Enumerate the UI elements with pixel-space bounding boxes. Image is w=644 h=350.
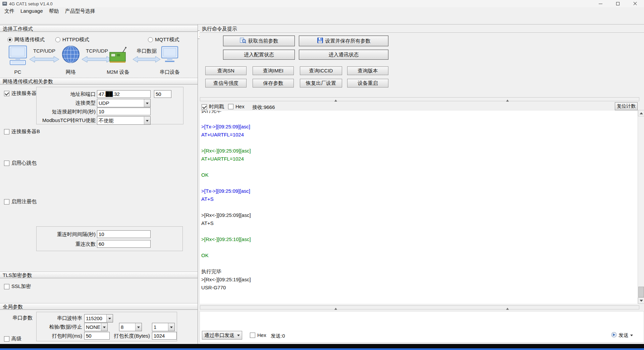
checkbox-heartbeat[interactable]: 启用心跳包 xyxy=(4,160,37,166)
log-vertical-scrollbar[interactable] xyxy=(638,110,644,304)
checkbox-server-b[interactable]: 连接服务器B xyxy=(4,128,40,135)
checkbox-icon xyxy=(202,104,207,110)
enter-config-state-button[interactable]: 进入配置状态 xyxy=(223,50,295,60)
serial-device-label: 串口设备 xyxy=(157,69,182,75)
log-line xyxy=(201,115,638,123)
checkbox-regpack[interactable]: 启用注册包 xyxy=(4,198,37,205)
recv-count: 接收:9666 xyxy=(252,104,275,111)
short-conn-timeout-input[interactable] xyxy=(97,108,151,115)
m2m-device-icon xyxy=(108,46,128,65)
packtime-input[interactable] xyxy=(84,332,110,340)
pc-icon xyxy=(8,45,28,66)
menu-item[interactable]: 产品型号选择 xyxy=(62,7,98,15)
chevron-down-icon[interactable] xyxy=(101,323,107,331)
query-signal-button[interactable]: 查信号强度 xyxy=(205,79,247,88)
checkbox-label: Hex xyxy=(235,104,245,109)
checkbox-send-hex[interactable]: Hex xyxy=(250,332,266,338)
scroll-down-button[interactable] xyxy=(638,297,644,304)
log-line: AT+UARTFL=1024 xyxy=(201,155,638,163)
query-version-label: 查询版本 xyxy=(358,68,378,74)
section-header-net-params: 网络透传模式相关参数 xyxy=(0,78,198,84)
save-params-button[interactable]: 保存参数 xyxy=(253,79,294,88)
checkbox-advanced[interactable]: 高级 xyxy=(4,336,21,342)
log-line: AT+UARTFL=1024 xyxy=(201,131,638,139)
reconnect-interval-label: 重连时间间隔(秒) xyxy=(21,230,96,238)
packlen-input[interactable] xyxy=(152,332,177,340)
menu-item[interactable]: 文件 xyxy=(1,7,17,15)
short-conn-timeout-label: 短连接超时时间(秒) xyxy=(21,108,96,115)
arrow-icon xyxy=(82,56,112,63)
radio-mode-mqtt[interactable]: MQTT模式 xyxy=(148,37,179,43)
send-count: 发送:0 xyxy=(271,333,285,339)
close-button[interactable] xyxy=(627,0,644,7)
network-label: 网络 xyxy=(62,69,80,75)
query-sn-button[interactable]: 查询SN xyxy=(205,66,247,75)
scroll-grip-icon xyxy=(506,98,509,102)
log-line: >[Rx<-][09:25:09][asc] xyxy=(201,211,638,219)
checkbox-label: 高级 xyxy=(11,336,21,342)
chevron-down-icon[interactable] xyxy=(144,117,150,124)
scroll-up-button[interactable] xyxy=(638,110,644,116)
chevron-down-icon[interactable] xyxy=(106,314,113,322)
checkbox-ssl[interactable]: SSL加密 xyxy=(4,283,31,290)
log-output[interactable]: 执行完毕>[Tx->][09:25:09][asc]AT+UARTFL=1024… xyxy=(200,111,638,304)
query-iccid-button[interactable]: 查询ICCID xyxy=(300,66,342,75)
reconnect-interval-input[interactable] xyxy=(97,230,151,238)
scroll-grip-icon xyxy=(506,306,509,310)
radio-mode-httpd[interactable]: HTTPD模式 xyxy=(55,37,89,43)
server-a-port-input[interactable] xyxy=(154,90,171,98)
checkbox-timestamp[interactable]: 时间戳 xyxy=(202,104,224,110)
section-header-workmode: 选择工作模式 xyxy=(0,25,198,32)
reconnect-count-input[interactable] xyxy=(97,240,151,248)
command-section-title: 执行命令及提示 xyxy=(202,26,237,32)
menu-item[interactable]: Language xyxy=(17,7,46,15)
modbus-rtu-select[interactable]: 不使能 xyxy=(97,116,151,125)
global-parity-select[interactable]: NONE xyxy=(84,323,108,331)
minimize-button[interactable] xyxy=(592,0,609,7)
arrow3-label: 串口数据 xyxy=(133,48,160,54)
conn-type-select[interactable]: UDP xyxy=(97,99,151,107)
scrollbar-thumb[interactable] xyxy=(638,287,644,297)
checkbox-icon xyxy=(250,333,255,338)
right-panel: 执行命令及提示 获取当前参数 xyxy=(200,24,644,344)
global-baud-select[interactable]: 115200 xyxy=(84,314,113,323)
chevron-down-icon[interactable] xyxy=(168,323,174,331)
enter-comm-state-button[interactable]: 进入通讯状态 xyxy=(299,50,388,60)
set-save-all-params-button[interactable]: 设置并保存所有参数 xyxy=(299,36,388,46)
send-label: 发送 xyxy=(619,332,629,339)
query-signal-label: 查信号强度 xyxy=(213,80,238,86)
radio-mode-transparent[interactable]: 网络透传模式 xyxy=(7,37,45,43)
send-button[interactable]: 发送 xyxy=(611,332,633,339)
reset-counter-button[interactable]: 复位计数 xyxy=(615,102,638,110)
maximize-icon xyxy=(616,2,620,5)
checkbox-recv-hex[interactable]: Hex xyxy=(228,104,245,109)
global-pds-label: 检验/数据/停止 xyxy=(29,323,82,331)
reconnect-count-label: 重连次数 xyxy=(21,240,96,248)
chevron-down-icon[interactable] xyxy=(135,323,142,331)
query-version-button[interactable]: 查询版本 xyxy=(347,66,388,75)
log-line xyxy=(201,179,638,187)
menu-item[interactable]: 帮助 xyxy=(46,7,62,15)
log-bottom-scrollbar[interactable] xyxy=(200,305,639,309)
log-line: AT+S xyxy=(201,219,638,227)
checkbox-label: 连接服务器B xyxy=(11,128,40,135)
global-databits-select[interactable]: 8 xyxy=(119,323,142,331)
packtime-label: 打包时间(ms) xyxy=(29,332,82,340)
chevron-down-icon[interactable] xyxy=(144,99,150,107)
left-panel: 选择工作模式 网络透传模式 HTTPD模式 MQTT模式 TCP/UDP xyxy=(0,24,198,344)
checkbox-icon xyxy=(4,336,9,342)
get-current-params-button[interactable]: 获取当前参数 xyxy=(223,36,295,46)
device-reboot-button[interactable]: 设备重启 xyxy=(347,79,388,88)
log-line: 执行完毕 xyxy=(201,111,638,115)
modbus-rtu-value: 不使能 xyxy=(97,117,144,124)
server-a-address-input[interactable] xyxy=(97,90,151,98)
send-via-serial-dropdown[interactable]: 通过串口发送 xyxy=(202,331,242,340)
taskbar-accent xyxy=(0,348,644,350)
checkbox-icon xyxy=(4,129,9,134)
log-line: AT+S xyxy=(201,195,638,203)
global-stopbits-select[interactable]: 1 xyxy=(152,323,175,331)
factory-reset-button[interactable]: 恢复出厂设置 xyxy=(300,79,342,88)
log-top-scrollbar[interactable] xyxy=(200,97,639,101)
maximize-button[interactable] xyxy=(609,0,627,7)
query-imei-button[interactable]: 查询IMEI xyxy=(253,66,294,75)
